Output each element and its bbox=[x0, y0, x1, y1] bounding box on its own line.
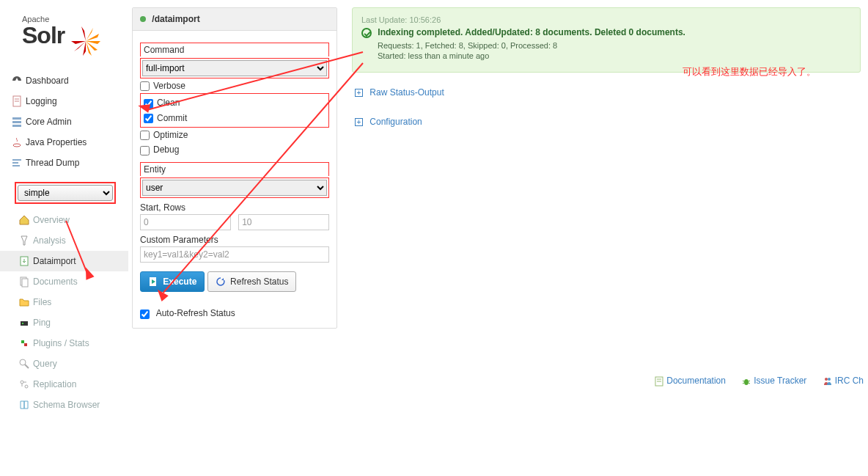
stack-icon bbox=[11, 116, 23, 128]
core-selector[interactable]: simple bbox=[18, 185, 113, 201]
svg-rect-7 bbox=[12, 159, 21, 161]
auto-refresh-checkbox[interactable] bbox=[140, 310, 150, 319]
status-headline-row: Indexing completed. Added/Updated: 8 doc… bbox=[361, 27, 851, 38]
search-icon bbox=[18, 358, 30, 370]
core-nav-replication[interactable]: Replication bbox=[0, 374, 128, 395]
refresh-button[interactable]: Refresh Status bbox=[207, 271, 297, 293]
commit-row: Commit bbox=[144, 111, 326, 125]
dataimport-title-bar: /dataimport bbox=[133, 8, 336, 31]
entity-label: Entity bbox=[140, 162, 329, 176]
dataimport-panel: /dataimport Command full-import Verbose … bbox=[132, 7, 337, 329]
folder-icon bbox=[18, 296, 30, 308]
nav-thread-dump[interactable]: Thread Dump bbox=[0, 153, 128, 173]
execute-icon bbox=[148, 277, 158, 287]
replication-icon bbox=[18, 378, 30, 390]
status-started: Started: less than a minute ago bbox=[361, 51, 851, 60]
dataimport-title: /dataimport bbox=[152, 14, 199, 24]
verbose-checkbox[interactable] bbox=[140, 81, 150, 91]
core-nav-replication-label: Replication bbox=[33, 379, 76, 389]
document-icon bbox=[11, 95, 23, 107]
core-nav-overview[interactable]: Overview bbox=[0, 210, 128, 230]
raw-status-toggle[interactable]: + Raw Status-Output bbox=[352, 83, 861, 102]
footer-links: Documentation Issue Tracker IRC Ch bbox=[641, 376, 864, 387]
core-nav-query-label: Query bbox=[33, 359, 57, 369]
irc-link[interactable]: IRC Ch bbox=[823, 376, 864, 386]
svg-point-30 bbox=[825, 378, 828, 381]
core-nav-files[interactable]: Files bbox=[0, 292, 128, 312]
debug-row: Debug bbox=[140, 142, 329, 157]
svg-point-20 bbox=[25, 385, 28, 388]
svg-line-27 bbox=[749, 381, 750, 381]
debug-label: Debug bbox=[153, 144, 179, 155]
status-detail: Requests: 1, Fetched: 8, Skipped: 0, Pro… bbox=[361, 41, 851, 50]
custom-params-label: Custom Parameters bbox=[140, 235, 329, 245]
auto-refresh-row: Auto-Refresh Status bbox=[133, 299, 336, 327]
auto-refresh-label: Auto-Refresh Status bbox=[156, 308, 235, 318]
documentation-link[interactable]: Documentation bbox=[654, 376, 726, 386]
core-nav-documents[interactable]: Documents bbox=[0, 271, 128, 292]
core-selector-highlight: simple bbox=[15, 182, 116, 204]
commit-checkbox[interactable] bbox=[144, 114, 153, 123]
svg-point-25 bbox=[744, 379, 749, 385]
core-nav-plugins[interactable]: Plugins / Stats bbox=[0, 333, 128, 354]
core-nav-ping-label: Ping bbox=[33, 318, 51, 328]
svg-point-6 bbox=[13, 144, 21, 147]
custom-params-input[interactable] bbox=[140, 246, 329, 263]
refresh-button-label: Refresh Status bbox=[230, 277, 288, 287]
core-nav-documents-label: Documents bbox=[33, 277, 78, 287]
status-dot-icon bbox=[140, 16, 146, 22]
issue-tracker-link[interactable]: Issue Tracker bbox=[741, 376, 806, 386]
nav-java-props[interactable]: Java Properties bbox=[0, 132, 128, 153]
status-box: Last Update: 10:56:26 Indexing completed… bbox=[352, 7, 861, 73]
expand-icon: + bbox=[355, 118, 363, 126]
svg-point-31 bbox=[828, 378, 831, 381]
command-label: Command bbox=[140, 43, 329, 56]
glass-icon bbox=[18, 235, 30, 246]
dataimport-form: Command full-import Verbose Clean Commit… bbox=[133, 31, 336, 299]
nav-logging-label: Logging bbox=[26, 96, 57, 106]
documentation-label: Documentation bbox=[666, 376, 726, 386]
issue-tracker-label: Issue Tracker bbox=[754, 376, 806, 386]
documents-icon bbox=[18, 276, 30, 288]
core-selector-container: simple bbox=[15, 182, 121, 204]
svg-point-17 bbox=[20, 359, 26, 365]
nav-logging[interactable]: Logging bbox=[0, 91, 128, 111]
nav-core-admin[interactable]: Core Admin bbox=[0, 111, 128, 132]
svg-rect-4 bbox=[12, 121, 21, 123]
core-nav-schema-label: Schema Browser bbox=[33, 400, 100, 410]
bug-icon bbox=[741, 376, 751, 387]
svg-point-14 bbox=[22, 323, 23, 324]
start-input[interactable] bbox=[140, 214, 231, 230]
solr-logo: Apache Solr bbox=[0, 0, 128, 63]
core-nav-analysis[interactable]: Analysis bbox=[0, 230, 128, 251]
ping-icon bbox=[18, 317, 30, 329]
import-icon bbox=[18, 255, 30, 267]
configuration-label: Configuration bbox=[369, 117, 422, 127]
expand-icon: + bbox=[355, 89, 363, 97]
svg-rect-9 bbox=[12, 165, 20, 166]
nav-dashboard[interactable]: Dashboard bbox=[0, 70, 128, 91]
status-panel: Last Update: 10:56:26 Indexing completed… bbox=[352, 7, 861, 131]
svg-rect-12 bbox=[22, 279, 28, 287]
core-nav-query[interactable]: Query bbox=[0, 354, 128, 374]
nav-core-admin-label: Core Admin bbox=[26, 117, 72, 127]
rows-input[interactable] bbox=[238, 214, 329, 230]
clean-commit-highlight: Clean Commit bbox=[140, 93, 329, 128]
refresh-icon bbox=[216, 277, 226, 287]
configuration-toggle[interactable]: + Configuration bbox=[352, 112, 861, 131]
entity-select[interactable]: user bbox=[142, 180, 327, 196]
core-nav-ping[interactable]: Ping bbox=[0, 312, 128, 333]
svg-rect-8 bbox=[12, 162, 18, 164]
core-nav-schema[interactable]: Schema Browser bbox=[0, 395, 128, 415]
status-headline: Indexing completed. Added/Updated: 8 doc… bbox=[378, 27, 685, 37]
svg-rect-13 bbox=[21, 321, 28, 326]
svg-rect-3 bbox=[12, 117, 21, 120]
nav-thread-dump-label: Thread Dump bbox=[26, 158, 79, 168]
core-nav-dataimport[interactable]: Dataimport bbox=[0, 251, 128, 271]
java-icon bbox=[11, 136, 23, 148]
button-row: Execute Refresh Status bbox=[140, 271, 329, 293]
entity-highlight: user bbox=[140, 177, 329, 198]
optimize-checkbox[interactable] bbox=[140, 131, 150, 140]
debug-checkbox[interactable] bbox=[140, 146, 150, 155]
raw-status-label: Raw Status-Output bbox=[369, 87, 444, 98]
